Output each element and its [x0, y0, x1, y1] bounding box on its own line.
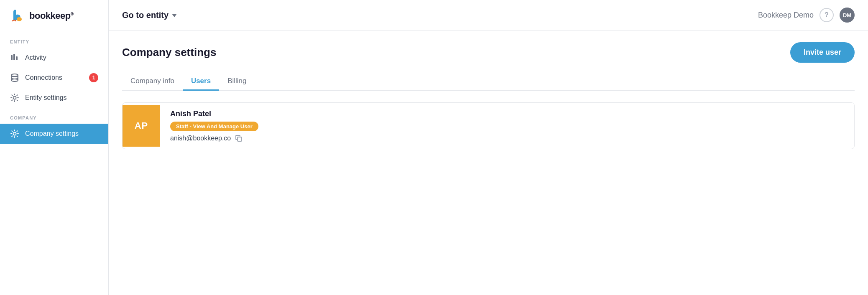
sidebar-item-activity-label: Activity	[25, 54, 46, 61]
tab-billing[interactable]: Billing	[219, 73, 255, 91]
user-email-row: anish@bookkeep.co	[170, 135, 258, 142]
help-button[interactable]: ?	[819, 8, 834, 22]
sidebar-item-company-settings[interactable]: Company settings	[0, 124, 108, 144]
chevron-down-icon	[172, 14, 177, 17]
svg-point-0	[17, 17, 22, 21]
page-header: Company settings Invite user	[122, 42, 855, 63]
connections-icon	[10, 73, 19, 82]
user-initials-block: AP	[123, 105, 160, 147]
user-info-section: Anish Patel Staff - View And Manage User…	[160, 103, 268, 149]
company-name-label: Bookkeep Demo	[758, 11, 814, 20]
svg-point-10	[13, 132, 16, 135]
user-initials: AP	[135, 120, 148, 131]
svg-rect-11	[237, 137, 242, 141]
sidebar-item-connections[interactable]: Connections 1	[0, 68, 108, 88]
bookkeep-logo-icon	[10, 8, 25, 23]
logo-area: bookkeep®	[0, 0, 108, 32]
page-body: Company settings Invite user Company inf…	[109, 31, 868, 295]
topbar: Go to entity Bookkeep Demo ? DM	[109, 0, 868, 31]
tabs-bar: Company info Users Billing	[122, 73, 855, 91]
svg-rect-2	[13, 54, 15, 60]
topbar-left: Go to entity	[122, 10, 177, 20]
user-card: AP Anish Patel Staff - View And Manage U…	[122, 102, 855, 149]
go-to-entity-button[interactable]: Go to entity	[122, 10, 177, 20]
logo-text: bookkeep®	[29, 10, 74, 21]
sidebar: bookkeep® ENTITY Activity Connections 1	[0, 0, 109, 295]
user-avatar[interactable]: DM	[840, 8, 855, 23]
svg-point-6	[11, 79, 18, 81]
copy-email-icon[interactable]	[235, 135, 243, 142]
sidebar-item-company-settings-label: Company settings	[25, 130, 79, 137]
sidebar-item-activity[interactable]: Activity	[0, 48, 108, 68]
svg-rect-1	[11, 55, 13, 60]
user-name: Anish Patel	[170, 109, 258, 118]
user-email: anish@bookkeep.co	[170, 135, 231, 142]
user-role-badge: Staff - View And Manage User	[170, 122, 258, 131]
tab-company-info[interactable]: Company info	[122, 73, 183, 91]
topbar-right: Bookkeep Demo ? DM	[758, 8, 855, 23]
settings-icon	[10, 93, 19, 102]
main-content: Go to entity Bookkeep Demo ? DM Company …	[109, 0, 868, 295]
go-to-entity-label: Go to entity	[122, 10, 168, 20]
entity-section-label: ENTITY	[0, 32, 108, 48]
sidebar-item-connections-label: Connections	[25, 74, 62, 81]
tab-users[interactable]: Users	[183, 73, 219, 91]
activity-icon	[10, 53, 19, 62]
svg-point-9	[13, 97, 16, 99]
sidebar-item-entity-settings-label: Entity settings	[25, 94, 67, 102]
company-section-label: COMPANY	[0, 108, 108, 124]
page-title: Company settings	[122, 46, 216, 59]
svg-rect-3	[16, 56, 18, 60]
connections-badge: 1	[89, 73, 98, 82]
sidebar-item-entity-settings[interactable]: Entity settings	[0, 88, 108, 108]
invite-user-button[interactable]: Invite user	[790, 42, 855, 63]
gear-icon	[10, 129, 19, 138]
